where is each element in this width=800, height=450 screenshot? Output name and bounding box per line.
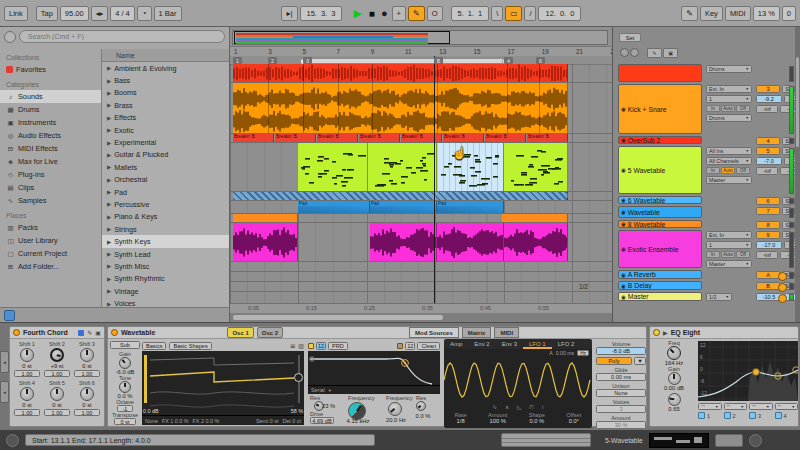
band-enable-checkbox[interactable] (698, 412, 705, 419)
osc-semi[interactable]: Semi 0 st (256, 418, 278, 424)
midi-clip[interactable] (504, 143, 568, 191)
locator-flag[interactable]: B (434, 57, 443, 64)
audio-clip[interactable] (233, 83, 568, 133)
lane-oversub-2[interactable]: Breakin' BBreakin' BBreakin' BBreakin' B… (230, 134, 612, 143)
filter2-type-menu[interactable]: Clean (417, 342, 440, 350)
device-view-tab[interactable]: ◂ (0, 381, 9, 403)
band-shape-menu[interactable]: ◠▼ (775, 403, 799, 410)
capture-midi-button[interactable]: O (427, 6, 443, 21)
track-number-button[interactable]: 6 (756, 197, 780, 205)
poly-mode-button[interactable]: Poly (596, 357, 632, 365)
audio-clip[interactable] (437, 223, 504, 261)
list-item[interactable]: ▶Synth Rhythmic (102, 273, 229, 285)
eq-eight-header[interactable]: ▶ EQ Eight (650, 327, 798, 339)
expand-arrow-icon[interactable]: ▶ (107, 90, 111, 96)
device-on-toggle[interactable] (653, 329, 660, 336)
monitor-off-button[interactable]: Off (736, 167, 750, 174)
track-row-exotic-ensemble[interactable]: ◉Exotic EnsembleExt. In▼1▼InAutoOffMaste… (613, 230, 800, 270)
transpose-field[interactable]: 0 st (114, 418, 136, 425)
sidebar-item-instruments[interactable]: ▣Instruments (0, 116, 101, 129)
status-right-circle[interactable] (749, 434, 762, 447)
send-a-field[interactable]: -inf (756, 105, 778, 113)
list-item[interactable]: ▶Experimental (102, 136, 229, 148)
lane-5-wavetable[interactable] (230, 143, 612, 192)
param-amount-field[interactable]: 1.00 (14, 370, 40, 377)
track-fold-icon[interactable]: ◉ (621, 246, 626, 252)
list-item[interactable]: ▶Synth Lead (102, 248, 229, 260)
expand-arrow-icon[interactable]: ▶ (107, 115, 111, 121)
list-item[interactable]: ▶Brass (102, 99, 229, 111)
list-item[interactable]: ▶Synth Misc (102, 260, 229, 272)
mod-source-env-3[interactable]: Env 3 (496, 339, 523, 349)
follow-toggle[interactable]: ▸| (281, 6, 297, 21)
monitor-auto-button[interactable]: Auto (721, 167, 735, 174)
fourth-chord-header[interactable]: Fourth Chord ✎ ▣ (10, 327, 104, 339)
band-enable-checkbox[interactable] (749, 412, 756, 419)
audio-clip[interactable]: Breakin' B (443, 134, 484, 142)
midi-clip-selected[interactable] (437, 143, 504, 191)
mod-source-lfo-2[interactable]: LFO 2 (552, 339, 581, 349)
arrangement-overview[interactable] (232, 30, 608, 45)
lfo-shape-saw-icon[interactable]: ◺ (517, 404, 521, 410)
loop-toggle[interactable]: ▭ (505, 6, 522, 21)
punch-in-toggle[interactable]: \ (491, 6, 503, 21)
monitor-off-button[interactable]: Off (736, 105, 750, 112)
midi-map-toggle[interactable]: MIDI (725, 6, 751, 21)
tab-matrix[interactable]: Matrix (462, 327, 492, 338)
track-name-cell[interactable]: ◉Master (618, 292, 702, 301)
input-channel-menu[interactable]: All Channels▼ (706, 157, 752, 165)
volume-field[interactable]: -7.0 (756, 157, 782, 165)
filter-routing-menu[interactable]: Serial (311, 387, 325, 393)
set-locator-button[interactable]: Set (619, 33, 641, 42)
list-item[interactable]: ▶Bass (102, 74, 229, 86)
filter2-slope[interactable]: 12 (405, 342, 415, 350)
eq-q-knob[interactable] (668, 393, 681, 406)
send-a-field[interactable]: -inf (756, 251, 778, 259)
crossfade-knob[interactable] (778, 294, 787, 303)
expand-arrow-icon[interactable]: ▶ (107, 239, 111, 245)
locator-flag[interactable]: 3 (303, 57, 312, 64)
track-fold-icon[interactable]: ◉ (621, 197, 626, 203)
loop-length-field[interactable]: 12. 0. 0 (538, 6, 581, 21)
track-fold-icon[interactable]: ◉ (621, 167, 626, 173)
track-row-master[interactable]: ◉Master1/2▼-10.50 (613, 292, 800, 303)
loop-mini-button[interactable] (715, 434, 743, 447)
tab-midi[interactable]: MIDI (494, 327, 519, 338)
group-output-menu[interactable]: Drums▼ (706, 65, 752, 73)
track-number-button[interactable]: A (756, 271, 780, 279)
stop-button[interactable]: ■ (367, 8, 377, 19)
locator-flag[interactable]: 1 (233, 57, 242, 64)
link-toggle[interactable]: Link (4, 6, 28, 21)
browser-collapse-button[interactable] (4, 31, 16, 43)
record-button[interactable]: ● (379, 7, 390, 19)
octave-field[interactable]: -1 (117, 405, 133, 412)
track-name-cell[interactable] (618, 64, 702, 82)
monitor-auto-button[interactable]: Auto (721, 251, 735, 258)
track-fold-icon[interactable]: ◉ (621, 106, 626, 112)
audio-clip[interactable]: Breakin' B (527, 134, 568, 142)
quantize-menu[interactable]: 1 Bar (154, 6, 182, 21)
list-item[interactable]: ▶Strings (102, 223, 229, 235)
expand-arrow-icon[interactable]: ▶ (107, 78, 111, 84)
sidebar-item-audio-effects[interactable]: ◎Audio Effects (0, 129, 101, 142)
input-type-menu[interactable]: All Ins▼ (706, 147, 752, 155)
lfo-attack-value[interactable]: 0.00 ms (556, 350, 574, 356)
rate-value[interactable]: 1/8 (455, 418, 467, 424)
locator-flag[interactable]: 6 (536, 57, 545, 64)
lfo-shape-random-icon[interactable]: ≀ (542, 404, 544, 410)
list-item[interactable]: ▶Mallets (102, 161, 229, 173)
device-on-toggle[interactable] (13, 329, 20, 336)
expand-arrow-icon[interactable]: ▶ (107, 214, 111, 220)
expand-arrow-icon[interactable]: ▶ (107, 251, 111, 257)
lane-wavetable[interactable]: PadPadPad (230, 201, 612, 214)
expand-arrow-icon[interactable]: ▶ (107, 226, 111, 232)
audio-clip[interactable]: Pad (370, 201, 437, 213)
expand-arrow-icon[interactable]: ▶ (107, 65, 111, 71)
save-preset-icon[interactable]: ▣ (95, 329, 101, 336)
audio-clip[interactable]: Breakin' B (233, 134, 274, 142)
track-name-cell[interactable]: ◉6 Wavetable (618, 196, 702, 204)
track-name-cell[interactable]: ◉B Delay (618, 281, 702, 290)
list-item[interactable]: ▶Booms (102, 87, 229, 99)
track-fold-icon[interactable]: ◉ (621, 137, 626, 143)
wavetable-header[interactable]: Wavetable Osc 1 Osc 2 Mod Sources Matrix… (108, 327, 646, 339)
